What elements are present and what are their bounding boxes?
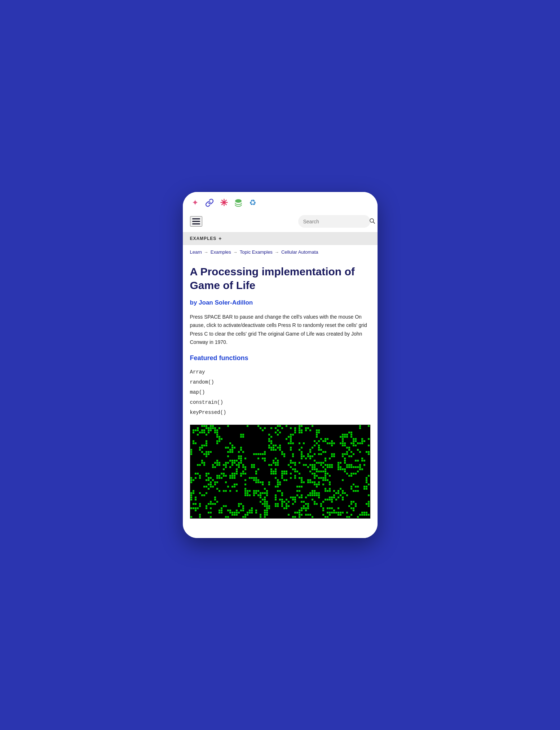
search-input[interactable] (303, 219, 366, 224)
svg-line-2 (373, 222, 375, 223)
function-keypressed: keyPressed() (190, 407, 370, 418)
featured-functions-heading: Featured functions (190, 354, 370, 362)
phone-screen: ✦ ✳ ♻ (183, 192, 378, 538)
breadcrumb-examples[interactable]: Examples (211, 249, 231, 255)
breadcrumb-arrow-2: → (233, 250, 238, 255)
top-icons-bar: ✦ ✳ ♻ (183, 192, 378, 212)
examples-plus-icon: + (219, 236, 221, 241)
search-button[interactable] (369, 218, 375, 225)
game-of-life-canvas (190, 425, 370, 519)
hamburger-menu-button[interactable] (190, 216, 202, 227)
main-content: A Processing implementation of Game of L… (183, 259, 378, 527)
author-line: by Joan Soler-Adillon (190, 299, 370, 306)
link-icon (204, 198, 215, 208)
recycle-icon: ♻ (248, 198, 258, 208)
layers-icon (233, 198, 243, 208)
svg-point-0 (235, 199, 242, 203)
game-canvas-element (190, 425, 370, 519)
function-random: random() (190, 377, 370, 387)
search-bar[interactable] (298, 215, 370, 228)
breadcrumb: Learn → Examples → Topic Examples → Cell… (183, 245, 378, 259)
breadcrumb-learn[interactable]: Learn (190, 249, 202, 255)
asterisk-icon: ✳ (219, 198, 229, 208)
breadcrumb-topic-examples[interactable]: Topic Examples (240, 249, 273, 255)
nav-bar (183, 212, 378, 232)
function-array: Array (190, 367, 370, 377)
page-title: A Processing implementation of Game of L… (190, 265, 370, 292)
examples-label: EXAMPLES (190, 236, 217, 241)
breadcrumb-cellular-automata[interactable]: Cellular Automata (281, 249, 318, 255)
description-text: Press SPACE BAR to pause and change the … (190, 313, 370, 346)
functions-list: Array random() map() constrain() keyPres… (190, 367, 370, 418)
examples-tab[interactable]: EXAMPLES + (183, 232, 378, 245)
function-map: map() (190, 387, 370, 397)
phone-bottom (183, 527, 378, 538)
puzzle-icon: ✦ (190, 198, 200, 208)
breadcrumb-arrow-3: → (275, 250, 279, 255)
function-constrain: constrain() (190, 397, 370, 407)
phone-frame: ✦ ✳ ♻ (183, 192, 378, 538)
breadcrumb-arrow-1: → (204, 250, 208, 255)
